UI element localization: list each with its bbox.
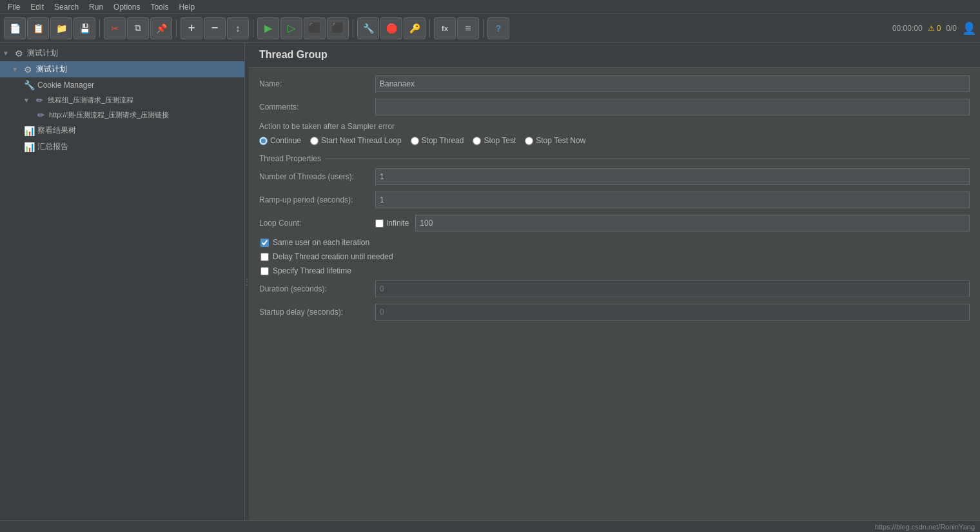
thread-group-panel: Thread Group Name: Comments: Action to b… <box>249 43 980 335</box>
radio-continue-input[interactable] <box>259 137 268 145</box>
radio-start-next-loop[interactable]: Start Next Thread Loop <box>310 136 402 145</box>
toggle-button[interactable]: ↕ <box>227 17 249 39</box>
name-label: Name: <box>259 79 375 88</box>
open-button[interactable]: 📁 <box>50 17 72 39</box>
paste-button[interactable]: 📌 <box>150 17 172 39</box>
expand-arrow-node: ▼ <box>12 66 19 73</box>
radio-start-next-loop-input[interactable] <box>310 137 318 145</box>
sidebar-item-summary-report[interactable]: 📊 汇总报告 <box>0 139 244 155</box>
radio-stop-test-input[interactable] <box>473 137 481 145</box>
loop-count-input[interactable] <box>415 215 970 232</box>
error-action-label: Action to be taken after a Sampler error <box>259 122 970 131</box>
error-action-section: Action to be taken after a Sampler error… <box>259 122 970 145</box>
new-button[interactable]: 📄 <box>4 17 26 39</box>
menu-options[interactable]: Options <box>108 1 145 13</box>
user-icon: 👤 <box>962 21 976 35</box>
expand-arrow-root: ▼ <box>3 50 10 57</box>
radio-stop-test-now-label: Stop Test Now <box>536 136 585 145</box>
infinite-label[interactable]: Infinite <box>386 219 409 228</box>
stop-button[interactable]: ⬛ <box>304 17 326 39</box>
copy-button[interactable]: ⧉ <box>127 17 149 39</box>
function-helper-button[interactable]: fx <box>434 17 456 39</box>
save-button[interactable]: 💾 <box>74 17 95 39</box>
menu-edit[interactable]: Edit <box>25 1 49 13</box>
toolbar-separator-5 <box>429 19 430 37</box>
sidebar-item-thread-group-child[interactable]: ✏ http://测-压测流程_压测请求_压测链接 <box>0 108 244 123</box>
panel-title: Thread Group <box>249 43 980 68</box>
start-button[interactable]: ▶ <box>257 17 279 39</box>
same-user-row: Same user on each iteration <box>259 238 970 247</box>
sidebar-label-thread-group-child: http://测-压测流程_压测请求_压测链接 <box>49 110 169 120</box>
sidebar-label-summary-report: 汇总报告 <box>37 141 68 152</box>
radio-stop-test[interactable]: Stop Test <box>473 136 516 145</box>
same-user-label[interactable]: Same user on each iteration <box>273 238 369 247</box>
ramp-up-row: Ramp-up period (seconds): <box>259 192 970 208</box>
num-threads-input[interactable] <box>375 168 970 185</box>
delay-creation-checkbox[interactable] <box>260 253 269 261</box>
radio-stop-thread[interactable]: Stop Thread <box>411 136 464 145</box>
comments-input[interactable] <box>375 99 970 115</box>
start-no-pause-button[interactable]: ▷ <box>280 17 302 39</box>
radio-continue[interactable]: Continue <box>259 136 301 145</box>
sidebar-item-testplan-node[interactable]: ▼ ⚙ 测试计划 <box>0 61 244 77</box>
testplan-node-icon: ⚙ <box>22 64 34 75</box>
menu-tools[interactable]: Tools <box>145 1 173 13</box>
warning-icon: ⚠ <box>928 24 935 33</box>
log-viewer-button[interactable]: ≡ <box>457 17 479 39</box>
sidebar-item-root[interactable]: ▼ ⚙ 测试计划 <box>0 45 244 61</box>
panel-body: Name: Comments: Action to be taken after… <box>249 68 980 335</box>
menu-file[interactable]: File <box>3 1 25 13</box>
comments-label: Comments: <box>259 103 375 112</box>
expand-button[interactable]: + <box>181 17 202 39</box>
content-area: Thread Group Name: Comments: Action to b… <box>249 43 980 520</box>
ramp-up-label: Ramp-up period (seconds): <box>259 195 375 204</box>
collapse-button[interactable]: − <box>204 17 226 39</box>
name-input[interactable] <box>375 75 970 92</box>
radio-stop-thread-input[interactable] <box>411 137 419 145</box>
sidebar-label-testplan: 测试计划 <box>27 48 58 59</box>
toolbar-right: 00:00:00 ⚠ 0 0/0 👤 <box>892 21 976 35</box>
sidebar-label-results-tree: 察看结果树 <box>37 125 76 136</box>
delay-creation-label[interactable]: Delay Thread creation until needed <box>273 252 393 261</box>
specify-lifetime-row: Specify Thread lifetime <box>259 266 970 275</box>
main-layout: ▼ ⚙ 测试计划 ▼ ⚙ 测试计划 🔧 Cookie Manager ▼ ✏ 线… <box>0 43 980 520</box>
loop-count-label: Loop Count: <box>259 219 375 228</box>
menu-search[interactable]: Search <box>49 1 84 13</box>
timer-display: 00:00:00 <box>892 24 923 33</box>
startup-delay-input[interactable] <box>375 304 970 320</box>
sidebar-item-thread-group-parent[interactable]: ▼ ✏ 线程组_压测请求_压测流程 <box>0 93 244 108</box>
radio-stop-test-label: Stop Test <box>484 136 516 145</box>
template-button[interactable]: 📋 <box>27 17 49 39</box>
menu-run[interactable]: Run <box>84 1 108 13</box>
same-user-checkbox[interactable] <box>260 239 269 247</box>
toolbar-separator-4 <box>353 19 353 37</box>
radio-stop-test-now-input[interactable] <box>525 137 533 145</box>
radio-start-next-loop-label: Start Next Thread Loop <box>321 136 402 145</box>
menu-help[interactable]: Help <box>173 1 200 13</box>
toolbar-separator-6 <box>483 19 484 37</box>
thread-properties-label: Thread Properties <box>259 154 321 163</box>
radio-stop-test-now[interactable]: Stop Test Now <box>525 136 585 145</box>
sidebar: ▼ ⚙ 测试计划 ▼ ⚙ 测试计划 🔧 Cookie Manager ▼ ✏ 线… <box>0 43 245 520</box>
ramp-up-input[interactable] <box>375 192 970 208</box>
comments-row: Comments: <box>259 99 970 115</box>
shutdown-button[interactable]: ⬛ <box>327 17 349 39</box>
help-button[interactable]: ? <box>487 17 509 39</box>
thread-properties-section-title: Thread Properties <box>259 154 970 163</box>
menu-bar: File Edit Search Run Options Tools Help <box>0 0 980 14</box>
remote-exit-button[interactable]: 🔑 <box>404 17 426 39</box>
specify-lifetime-checkbox[interactable] <box>260 267 269 275</box>
name-row: Name: <box>259 75 970 92</box>
status-bar: https://blog.csdn.net/RoninYang <box>0 520 980 532</box>
duration-input[interactable] <box>375 281 970 297</box>
infinite-checkbox[interactable] <box>375 219 384 228</box>
warning-count: 0 <box>937 24 941 33</box>
specify-lifetime-label[interactable]: Specify Thread lifetime <box>273 266 351 275</box>
toolbar-separator-1 <box>99 19 100 37</box>
remote-stop-button[interactable]: 🛑 <box>380 17 402 39</box>
sidebar-label-testplan-node: 测试计划 <box>36 64 67 75</box>
sidebar-item-results-tree[interactable]: 📊 察看结果树 <box>0 123 244 139</box>
sidebar-item-cookie-manager[interactable]: 🔧 Cookie Manager <box>0 77 244 93</box>
cut-button[interactable]: ✂ <box>104 17 126 39</box>
remote-start-button[interactable]: 🔧 <box>357 17 379 39</box>
